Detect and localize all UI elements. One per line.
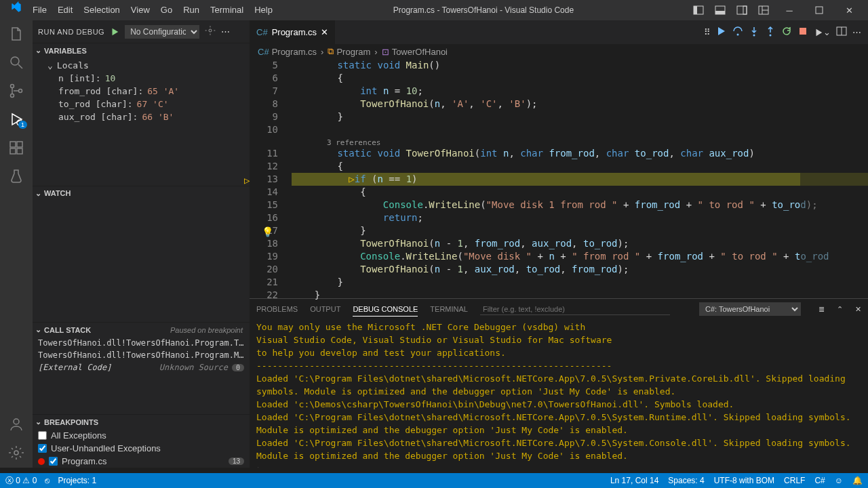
console-prompt-icon[interactable]: ›	[256, 462, 861, 468]
svg-rect-5	[743, 6, 747, 14]
codelens[interactable]: 3 references	[292, 136, 868, 147]
code-editor[interactable]: 5678910 1112 13▷ 141516 17💡 1819202122 s…	[250, 59, 868, 298]
svg-rect-4	[737, 6, 747, 14]
split-editor-icon[interactable]	[836, 26, 847, 39]
svg-rect-9	[816, 7, 823, 14]
run-dropdown-icon[interactable]: ⌄	[814, 27, 831, 37]
breakpoint-row[interactable]: All Exceptions	[33, 429, 250, 442]
window-close-icon[interactable]: ✕	[835, 0, 863, 20]
bp-checkbox[interactable]	[49, 457, 58, 466]
menu-edit[interactable]: Edit	[52, 0, 78, 20]
stack-frame-external[interactable]: [External Code]Unknown Source0	[33, 361, 250, 373]
bp-checkbox[interactable]	[38, 431, 47, 440]
continue-icon[interactable]	[716, 26, 727, 39]
editor-tab[interactable]: C# Program.cs ✕	[250, 20, 336, 44]
launch-select[interactable]: C#: TowersOfHanoi	[699, 302, 801, 316]
layout-sidebar-left-icon[interactable]	[689, 1, 708, 20]
notifications-icon[interactable]: 🔔	[852, 476, 863, 485]
debug-console-output[interactable]: You may only use the Microsoft .NET Core…	[250, 319, 868, 468]
extensions-icon[interactable]	[8, 140, 24, 156]
more-icon[interactable]: ⋯	[221, 26, 230, 37]
variable-row[interactable]: n [int]: 10	[33, 72, 250, 85]
more-actions-icon[interactable]: ⋯	[852, 27, 861, 37]
bp-checkbox[interactable]	[38, 444, 47, 453]
variable-row[interactable]: from_rod [char]: 65 'A'	[33, 85, 250, 98]
menu-terminal[interactable]: Terminal	[205, 0, 249, 20]
layout-sidebar-right-icon[interactable]	[732, 1, 751, 20]
status-spaces[interactable]: Spaces: 4	[668, 476, 704, 485]
breakpoint-row[interactable]: Program.cs13	[33, 455, 250, 468]
svg-point-25	[770, 35, 772, 37]
console-filter-input[interactable]	[480, 304, 670, 315]
sidebar-title: RUN AND DEBUG	[38, 28, 104, 36]
source-control-icon[interactable]	[8, 83, 24, 99]
panel-maximize-icon[interactable]: ⌃	[837, 305, 843, 314]
grip-icon[interactable]: ⠿	[704, 27, 711, 37]
debug-sidebar: RUN AND DEBUG No Configuration ⋯ ⌄VARIAB…	[33, 20, 250, 468]
panel-tab-output[interactable]: OUTPUT	[310, 302, 340, 316]
variable-row[interactable]: to_rod [char]: 67 'C'	[33, 98, 250, 110]
breadcrumb[interactable]: C# Program.cs › ⧉ Program › ⊡ TowerOfHan…	[250, 44, 868, 59]
menu-file[interactable]: File	[27, 0, 52, 20]
status-eol[interactable]: CRLF	[784, 476, 805, 485]
step-into-icon[interactable]	[749, 26, 760, 39]
svg-rect-19	[17, 142, 22, 147]
restart-icon[interactable]	[781, 26, 792, 39]
step-over-icon[interactable]	[732, 26, 743, 39]
menu-run[interactable]: Run	[178, 0, 205, 20]
start-debug-button[interactable]	[110, 27, 119, 37]
status-projects[interactable]: Projects: 1	[58, 476, 96, 485]
window-maximize-icon[interactable]	[806, 0, 833, 20]
menu-help[interactable]: Help	[249, 0, 278, 20]
bp-line-badge: 13	[229, 458, 244, 465]
window-minimize-icon[interactable]: ─	[776, 0, 803, 20]
panel-tab-problems[interactable]: PROBLEMS	[256, 302, 298, 316]
minimap[interactable]	[800, 59, 868, 298]
svg-point-23	[737, 34, 739, 36]
menu-selection[interactable]: Selection	[78, 0, 125, 20]
bottom-panel: PROBLEMS OUTPUT DEBUG CONSOLE TERMINAL C…	[250, 298, 868, 468]
menu-view[interactable]: View	[125, 0, 155, 20]
customize-layout-icon[interactable]	[754, 1, 773, 20]
feedback-icon[interactable]: ☺	[835, 476, 843, 485]
clear-console-icon[interactable]: ≣	[818, 305, 825, 314]
breakpoints-section[interactable]: ⌄BREAKPOINTS	[33, 414, 250, 429]
watch-section[interactable]: ⌄WATCH	[33, 186, 250, 201]
tab-label: Program.cs	[272, 27, 317, 37]
explorer-icon[interactable]	[8, 26, 24, 42]
panel-close-icon[interactable]: ✕	[855, 305, 861, 314]
run-debug-icon[interactable]: 1	[8, 111, 24, 127]
svg-point-12	[11, 85, 14, 88]
debug-settings-icon[interactable]	[205, 25, 216, 38]
callstack-section[interactable]: ⌄CALL STACKPaused on breakpoint	[33, 322, 250, 337]
svg-line-11	[18, 64, 22, 68]
locals-node[interactable]: ⌄Locals	[33, 59, 250, 72]
panel-tab-terminal[interactable]: TERMINAL	[430, 302, 468, 316]
panel-tab-debug-console[interactable]: DEBUG CONSOLE	[353, 302, 418, 317]
status-lang[interactable]: C#	[814, 476, 825, 485]
debug-config-select[interactable]: No Configuration	[125, 25, 199, 39]
close-tab-icon[interactable]: ✕	[321, 27, 328, 37]
search-icon[interactable]	[8, 54, 24, 70]
layout-panel-icon[interactable]	[711, 1, 730, 20]
step-out-icon[interactable]	[765, 26, 776, 39]
window-title: Program.cs - TowersOfHanoi - Visual Stud…	[278, 5, 689, 15]
svg-point-24	[753, 35, 755, 37]
vscode-logo-icon	[5, 0, 27, 20]
stack-frame[interactable]: TowersOfHanoi.dll!TowersOfHanoi.Program.…	[33, 349, 250, 361]
status-broadcast-icon[interactable]: ⎋	[45, 476, 50, 485]
status-errors[interactable]: ⓧ 0 ⚠ 0	[5, 475, 37, 487]
breakpoint-row[interactable]: User-Unhandled Exceptions	[33, 442, 250, 455]
variable-row[interactable]: aux_rod [char]: 66 'B'	[33, 110, 250, 123]
breakpoint-dot-icon	[38, 458, 45, 465]
menu-go[interactable]: Go	[155, 0, 178, 20]
svg-point-21	[14, 451, 18, 455]
variables-section[interactable]: ⌄VARIABLES	[33, 43, 250, 58]
status-cursor[interactable]: Ln 17, Col 14	[610, 476, 658, 485]
stop-icon[interactable]	[797, 26, 808, 39]
settings-icon[interactable]	[8, 445, 24, 461]
status-encoding[interactable]: UTF-8 with BOM	[714, 476, 774, 485]
stack-frame[interactable]: TowersOfHanoi.dll!TowersOfHanoi.Program.…	[33, 337, 250, 349]
testing-icon[interactable]	[8, 168, 24, 184]
accounts-icon[interactable]	[8, 416, 24, 432]
